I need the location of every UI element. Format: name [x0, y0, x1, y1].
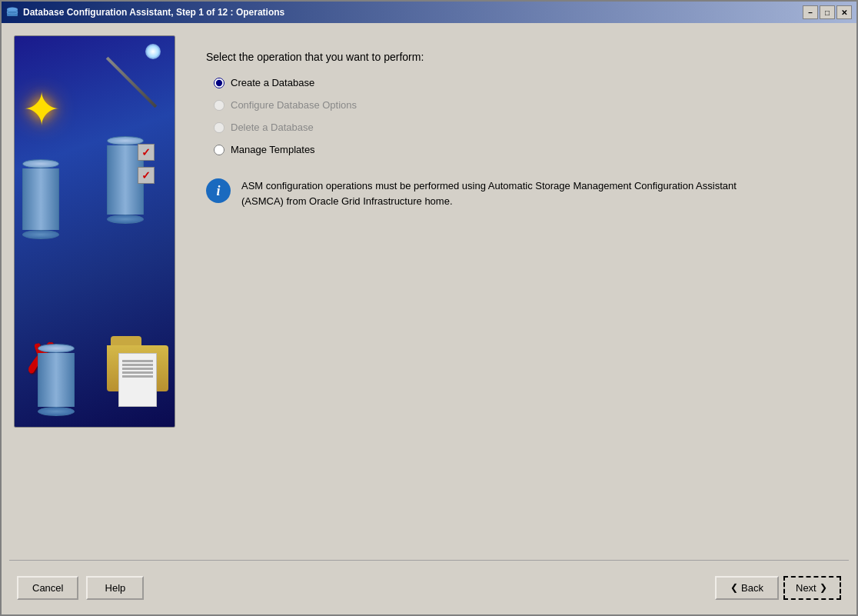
option-manage[interactable]: Manage Templates	[214, 144, 829, 155]
info-box: i ASM configuration operations must be p…	[206, 178, 829, 208]
cyl2-bottom	[107, 215, 144, 224]
option-configure[interactable]: Configure Database Options	[214, 99, 829, 111]
next-arrow-icon: ❯	[820, 582, 827, 593]
close-button[interactable]: ✕	[836, 5, 852, 19]
back-label: Back	[741, 582, 763, 594]
cyl3-bottom	[38, 407, 75, 416]
minimize-button[interactable]: –	[803, 5, 818, 19]
info-icon: i	[206, 178, 231, 203]
back-button[interactable]: ❮ Back	[715, 576, 779, 600]
maximize-button[interactable]: □	[820, 5, 835, 19]
prompt-text: Select the operation that you want to pe…	[206, 51, 829, 63]
radio-manage[interactable]	[214, 145, 224, 155]
label-manage: Manage Templates	[231, 144, 315, 155]
check-2: ✓	[138, 167, 155, 184]
label-delete: Delete a Database	[231, 122, 314, 133]
check-marks: ✓ ✓	[138, 144, 155, 184]
cyl1-top	[22, 159, 59, 168]
option-delete[interactable]: Delete a Database	[214, 122, 829, 133]
title-bar-left: Database Configuration Assistant, Step 1…	[6, 6, 284, 18]
main-area: ✓ ✓ ✗	[2, 23, 856, 560]
check-1: ✓	[138, 144, 155, 161]
cyl3-top	[38, 344, 75, 353]
window-title: Database Configuration Assistant, Step 1…	[23, 7, 284, 18]
back-arrow-icon: ❮	[730, 582, 738, 593]
cancel-button[interactable]: Cancel	[17, 576, 78, 600]
cyl3-body	[38, 353, 75, 407]
right-buttons: ❮ Back Next ❯	[715, 576, 841, 600]
main-window: Database Configuration Assistant, Step 1…	[0, 0, 858, 616]
cyl1-bottom	[22, 230, 59, 239]
folder-icon	[107, 336, 168, 391]
starburst-decoration	[22, 82, 84, 144]
left-buttons: Cancel Help	[17, 576, 144, 600]
option-create[interactable]: Create a Database	[214, 77, 829, 88]
folder-tab	[111, 336, 141, 345]
radio-create[interactable]	[214, 78, 224, 88]
options-group: Create a Database Configure Database Opt…	[214, 77, 829, 155]
title-bar: Database Configuration Assistant, Step 1…	[2, 2, 856, 23]
button-bar: Cancel Help ❮ Back Next ❯	[2, 561, 856, 614]
cylinder-3	[38, 344, 75, 416]
label-configure: Configure Database Options	[231, 99, 357, 111]
wand-decoration	[107, 44, 168, 121]
options-panel: Select the operation that you want to pe…	[191, 35, 844, 548]
app-icon	[6, 6, 18, 18]
next-button[interactable]: Next ❯	[783, 576, 841, 600]
window-content: ✓ ✓ ✗	[2, 23, 856, 614]
wand-tip	[145, 44, 161, 59]
info-text: ASM configuration operations must be per…	[241, 178, 780, 208]
radio-delete[interactable]	[214, 122, 224, 133]
cyl1-body	[22, 168, 59, 230]
folder-body	[107, 345, 168, 391]
next-label: Next	[796, 582, 816, 594]
radio-configure[interactable]	[214, 100, 224, 111]
help-button[interactable]: Help	[86, 576, 144, 600]
illustration: ✓ ✓ ✗	[15, 36, 175, 427]
window-controls: – □ ✕	[803, 5, 852, 19]
cylinder-1	[22, 159, 59, 239]
paper-document	[118, 353, 157, 407]
illustration-panel: ✓ ✓ ✗	[14, 35, 175, 428]
label-create: Create a Database	[231, 77, 314, 88]
